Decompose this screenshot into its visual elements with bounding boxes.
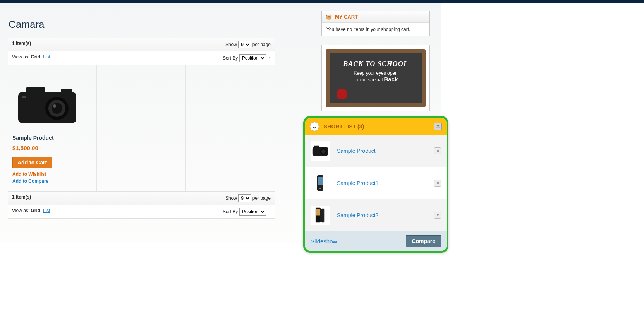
main-column: Camara 1 Item(s) Show 9 per page View as…	[8, 11, 275, 219]
sort-direction-icon[interactable]: ↑	[268, 55, 271, 61]
view-mode-list-link[interactable]: List	[43, 208, 50, 213]
phone-icon	[315, 207, 326, 223]
top-bar	[0, 0, 644, 3]
close-icon: ✕	[436, 181, 440, 186]
chalkboard-banner: BACK TO SCHOOL Keep your eyes open for o…	[326, 49, 426, 107]
compare-button[interactable]: Compare	[406, 235, 441, 242]
show-select[interactable]: 9	[238, 194, 251, 202]
svg-rect-9	[314, 146, 319, 148]
toolbar-bottom: 1 Item(s) Show 9 per page View as: Grid …	[8, 191, 275, 219]
product-name-link[interactable]: Sample Product	[12, 135, 54, 141]
shortlist-remove-button[interactable]: ✕	[434, 212, 441, 219]
sort-by-select[interactable]: Position	[239, 54, 266, 62]
shortlist-remove-button[interactable]: ✕	[434, 180, 441, 187]
product-name: Sample Product	[12, 135, 92, 141]
close-icon: ✕	[436, 149, 440, 154]
svg-rect-17	[321, 209, 324, 222]
shortlist-toggle-button[interactable]: ⌄	[310, 122, 319, 131]
view-mode-current: Grid	[31, 54, 40, 60]
add-to-cart-button[interactable]: Add to Cart	[12, 157, 52, 168]
sort-by-label: Sort By	[223, 55, 238, 61]
show-label: Show	[225, 42, 237, 47]
cart-block: 🧺 MY CART You have no items in your shop…	[321, 11, 430, 36]
shortlist-thumb[interactable]	[311, 173, 330, 193]
cart-title: MY CART	[335, 14, 358, 20]
page-title: Camara	[9, 19, 275, 31]
camera-icon	[14, 80, 80, 127]
svg-rect-1	[26, 87, 45, 93]
banner-line1: Keep your eyes open	[333, 70, 418, 76]
shortlist-item: Sample Product ✕	[305, 135, 447, 167]
camera-icon	[311, 144, 329, 157]
shortlist-thumb[interactable]	[311, 206, 330, 225]
close-icon: ✕	[436, 213, 440, 218]
toolbar-top: 1 Item(s) Show 9 per page View as: Grid …	[8, 38, 275, 65]
add-to-compare-link[interactable]: Add to Compare	[12, 178, 92, 184]
product-price: $1,500.00	[12, 145, 92, 151]
shortlist-item-link[interactable]: Sample Product2	[337, 212, 427, 218]
shortlist-popup: ⌄ SHORT LIST (3) ✕ Sample Product ✕	[303, 116, 448, 242]
per-page-label: per page	[252, 195, 271, 201]
show-label: Show	[225, 195, 237, 201]
shortlist-remove-button[interactable]: ✕	[434, 147, 441, 154]
svg-point-14	[319, 188, 321, 189]
sort-by-select[interactable]: Position	[239, 208, 266, 216]
shortlist-close-button[interactable]: ✕	[434, 123, 442, 130]
add-to-wishlist-link[interactable]: Add to Wishlist	[12, 171, 92, 177]
view-mode-list-link[interactable]: List	[43, 54, 50, 60]
shortlist-footer: Slideshow Compare	[305, 231, 447, 242]
svg-rect-7	[22, 96, 26, 98]
banner-block[interactable]: BACK TO SCHOOL Keep your eyes open for o…	[321, 45, 430, 111]
shortlist-item: Sample Product2 ✕	[305, 199, 447, 231]
banner-line2: for our special Back	[333, 76, 418, 82]
products-grid: Sample Product $1,500.00 Add to Cart Add…	[8, 65, 275, 191]
svg-rect-13	[318, 177, 323, 185]
slideshow-link[interactable]: Slideshow	[311, 238, 337, 243]
svg-point-6	[53, 104, 56, 108]
sort-direction-icon[interactable]: ↑	[268, 209, 271, 214]
cart-empty-text: You have no items in your shopping cart.	[322, 23, 429, 36]
apple-icon	[337, 89, 347, 99]
item-count: 1 Item(s)	[12, 194, 31, 200]
item-count: 1 Item(s)	[12, 41, 31, 46]
shortlist-item-link[interactable]: Sample Product	[337, 148, 427, 154]
shortlist-header: ⌄ SHORT LIST (3) ✕	[305, 118, 447, 135]
view-as-label: View as:	[12, 208, 29, 213]
show-select[interactable]: 9	[238, 41, 251, 48]
view-as-label: View as:	[12, 54, 29, 60]
chevron-down-icon: ⌄	[312, 123, 317, 130]
close-icon: ✕	[436, 124, 440, 129]
banner-headline: BACK TO SCHOOL	[333, 60, 418, 68]
shortlist-item-link[interactable]: Sample Product1	[337, 180, 427, 186]
sort-by-label: Sort By	[223, 209, 238, 214]
svg-point-5	[52, 103, 62, 114]
product-cell-empty	[186, 65, 275, 191]
svg-point-11	[321, 149, 326, 154]
per-page-label: per page	[252, 42, 271, 47]
shortlist-title: SHORT LIST (3)	[324, 123, 429, 130]
shortlist-thumb[interactable]	[311, 141, 330, 161]
product-cell: Sample Product $1,500.00 Add to Cart Add…	[8, 65, 97, 191]
svg-rect-2	[61, 89, 72, 93]
product-cell-empty	[97, 65, 186, 191]
cart-icon: 🧺	[326, 14, 332, 20]
shortlist-item: Sample Product1 ✕	[305, 167, 447, 199]
svg-rect-16	[316, 209, 320, 216]
view-mode-current: Grid	[31, 208, 40, 213]
phone-icon	[316, 175, 325, 192]
shortlist-items: Sample Product ✕ Sample Product1 ✕	[305, 135, 447, 231]
product-image[interactable]	[12, 73, 82, 135]
